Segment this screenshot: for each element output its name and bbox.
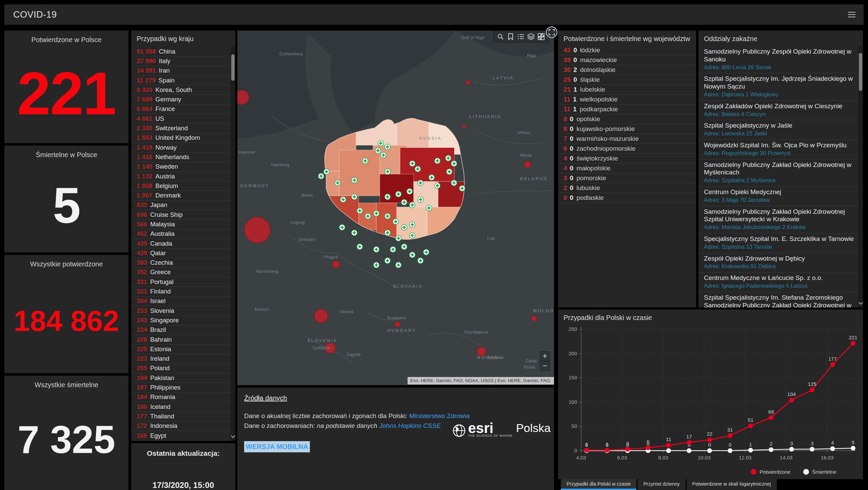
country-row[interactable]: 1 007Denmark [131,191,231,200]
zoom-in-button[interactable]: + [540,351,550,361]
country-row[interactable]: 166Egypt [131,431,231,440]
country-row[interactable]: 253Slovenia [131,306,231,316]
country-row[interactable]: 1 058Belgium [131,181,231,191]
layers-icon[interactable] [526,32,536,42]
voivodeship-row[interactable]: 30pomorskie [558,173,696,183]
hospital-marker-icon[interactable] [390,247,396,252]
case-circle[interactable] [531,316,537,321]
hospital-marker-icon[interactable] [375,148,381,154]
hospital-marker-icon[interactable] [396,235,401,241]
hospital-marker-icon[interactable] [340,197,346,203]
map-panel[interactable]: GothenburgRigaVilniusMinskHamburgHanover… [237,31,554,385]
hospital-marker-icon[interactable] [352,177,357,183]
hospital-marker-icon[interactable] [401,225,407,230]
legend-deaths[interactable]: Śmiertelne [803,469,836,475]
voivodeship-row[interactable]: 00podlaskie [558,193,696,203]
country-row[interactable]: 234Brazil [131,325,231,335]
hospital-marker-icon[interactable] [324,169,330,175]
country-row[interactable]: 439Qatar [131,248,231,258]
hospital-row[interactable]: Samodzielny Publiczny Zespół Opieki Zdro… [698,46,858,73]
hospital-row[interactable]: Szpital Specjalistyczny Im. Stefana Żero… [698,292,858,307]
hospital-address-link[interactable]: Adres: Lwowska 22 Jasło [704,130,856,137]
country-row[interactable]: 156Chile [131,440,231,441]
hospital-marker-icon[interactable] [410,233,415,239]
scrollbar-thumb[interactable] [859,53,862,91]
hospital-row[interactable]: Centrum Medyczne w Łańcucie Sp. z o.o.Ad… [698,272,858,292]
country-row[interactable]: 383Czechia [131,258,231,268]
hospital-marker-icon[interactable] [318,173,324,179]
country-scrollbar[interactable] [231,47,235,441]
hospital-marker-icon[interactable] [385,169,391,175]
hospital-marker-icon[interactable] [335,180,341,186]
hospital-marker-icon[interactable] [423,249,429,255]
voivodeship-row[interactable]: 40świętokrzyskie [558,154,696,164]
voivodeship-row[interactable]: 111wielkopolskie [558,95,696,105]
case-circle[interactable] [314,309,328,323]
hospital-marker-icon[interactable] [393,219,399,225]
hospital-address-link[interactable]: Adres: Krakowska 91 Dębica [704,263,856,270]
country-row[interactable]: 7 689Germany [131,95,231,104]
voivodeship-row[interactable]: 420łódzkie [558,45,696,55]
hospital-marker-icon[interactable] [426,205,432,211]
hospital-marker-icon[interactable] [451,161,457,167]
country-row[interactable]: 1 553United Kingdom [131,133,231,143]
hospital-marker-icon[interactable] [396,191,401,197]
voivodeship-row[interactable]: 111podkarpackie [558,105,696,114]
hospital-marker-icon[interactable] [352,194,357,200]
hospital-marker-icon[interactable] [396,262,401,268]
case-circle[interactable] [524,161,531,168]
country-row[interactable]: 439Canada [131,239,231,248]
hospital-marker-icon[interactable] [459,186,465,191]
country-row[interactable]: 566Malaysia [131,220,231,229]
country-row[interactable]: 452Australia [131,229,231,239]
case-circle[interactable] [466,80,470,84]
voivodeship-row[interactable]: 250śląskie [558,75,696,85]
scrollbar-thumb[interactable] [231,54,235,81]
voivodeship-row[interactable]: 80kujawsko-pomorskie [558,124,696,134]
hospital-address-link[interactable]: Adres: Szpitalna 2 Myślenice [704,177,856,184]
voivodeship-row[interactable]: 302dolnośląskie [558,65,696,75]
hospital-marker-icon[interactable] [410,222,415,228]
voivodeship-row[interactable]: 40małopolskie [558,164,696,173]
hospital-marker-icon[interactable] [357,244,363,250]
europe-map[interactable]: GothenburgRigaVilniusMinskHamburgHanover… [237,31,554,385]
tab-2[interactable]: Przyrost dzienny [637,479,685,490]
country-row[interactable]: 696Cruise Ship [131,210,231,220]
country-row[interactable]: 172Indonesia [131,421,231,431]
country-row[interactable]: 184Romania [131,393,231,402]
case-circle[interactable] [395,322,400,327]
tab-1[interactable]: Przypadki dla Polski w czasie [561,479,636,490]
voivodeship-row[interactable]: 70warmińsko-mazurskie [558,134,696,144]
hospital-marker-icon[interactable] [435,158,440,164]
voivodeship-row[interactable]: 20lubuskie [558,183,696,193]
hospital-marker-icon[interactable] [357,208,363,214]
menu-icon[interactable] [848,10,855,19]
country-row[interactable]: 833Japan [131,201,231,210]
hospital-marker-icon[interactable] [418,180,423,186]
country-row[interactable]: 205Poland [131,364,231,373]
case-circle[interactable] [332,261,340,268]
mobile-version-link[interactable]: WERSJA MOBILNA [244,441,310,452]
hospital-address-link[interactable]: Adres: Ignacego Paderewskiego 5 Łańcut [704,283,856,289]
tab-3[interactable]: Potwierdzone w skali logarytmicznej [687,479,777,490]
country-row[interactable]: 180Iceland [131,402,231,412]
case-circle[interactable] [462,125,466,128]
hospital-row[interactable]: Samodzielny Publiczny Zakład Opieki Zdro… [698,159,858,187]
hospital-marker-icon[interactable] [362,158,368,164]
hospital-address-link[interactable]: Adres: Macieja Jakubowskiego 2 Kraków [704,224,856,231]
hospital-address-link[interactable]: Adres: Dąbrowa 1 Wielogłowy [704,91,856,98]
hospital-row[interactable]: Samodzielny Publiczny Zakład Opieki Zdro… [698,206,858,233]
hospital-marker-icon[interactable] [446,155,451,161]
hospital-marker-icon[interactable] [451,180,457,186]
hospital-row[interactable]: Specjalistyczny Szpital Im. E. Szczeklik… [698,233,858,253]
country-row[interactable]: 321Finland [131,287,231,296]
hospital-row[interactable]: Zespół Opieki Zdrowotnej w DębicyAdres: … [698,253,858,273]
hospital-marker-icon[interactable] [410,161,415,167]
hospital-marker-icon[interactable] [418,258,423,264]
hospital-marker-icon[interactable] [385,213,391,219]
hospital-address-link[interactable]: Adres: Bielska 4 Cieszyn [704,111,856,118]
bookmark-icon[interactable] [506,32,516,42]
hospital-marker-icon[interactable] [385,230,391,236]
hospital-marker-icon[interactable] [415,166,421,172]
hospital-marker-icon[interactable] [365,213,371,219]
